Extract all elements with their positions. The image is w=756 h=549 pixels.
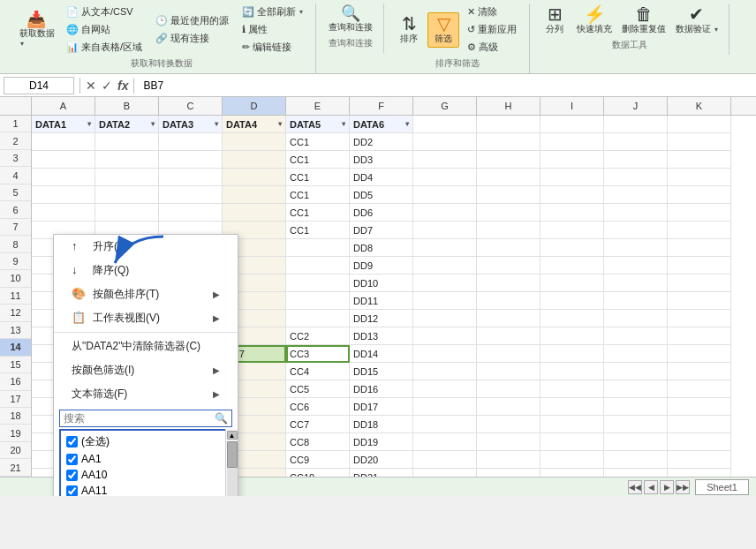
cell-g2[interactable] bbox=[413, 133, 477, 151]
cell-h12[interactable] bbox=[477, 310, 541, 327]
cell-e1[interactable]: DATA5 ▾ bbox=[286, 116, 350, 133]
row-num-14[interactable]: 14 bbox=[0, 339, 31, 356]
cell-e5[interactable]: CC1 bbox=[286, 186, 350, 204]
cell-c3[interactable] bbox=[159, 151, 223, 169]
cell-c5[interactable] bbox=[159, 186, 223, 204]
filter-dropdown-c[interactable]: ▾ bbox=[215, 120, 218, 128]
row-num-20[interactable]: 20 bbox=[0, 442, 31, 459]
cell-c2[interactable] bbox=[159, 133, 223, 151]
cell-b4[interactable] bbox=[95, 169, 159, 186]
cell-e19[interactable]: CC8 bbox=[286, 433, 350, 451]
remove-duplicates-button[interactable]: 🗑 删除重复值 bbox=[618, 4, 669, 37]
cell-g21[interactable] bbox=[413, 469, 477, 477]
cell-e15[interactable]: CC4 bbox=[286, 363, 350, 380]
scroll-last-sheet-button[interactable]: ▶▶ bbox=[676, 480, 690, 494]
row-num-12[interactable]: 12 bbox=[0, 305, 31, 321]
cell-f16[interactable]: DD16 bbox=[350, 380, 413, 398]
cell-k10[interactable] bbox=[668, 274, 731, 292]
cell-i17[interactable] bbox=[541, 398, 604, 416]
sheet-tab-sheet1[interactable]: Sheet1 bbox=[695, 479, 749, 495]
checkbox-aa11-input[interactable] bbox=[66, 485, 78, 497]
cell-c6[interactable] bbox=[159, 204, 223, 222]
cell-h18[interactable] bbox=[477, 416, 541, 433]
cell-i15[interactable] bbox=[541, 363, 604, 380]
cell-e17[interactable]: CC6 bbox=[286, 398, 350, 416]
cell-j2[interactable] bbox=[604, 133, 668, 151]
cancel-formula-icon[interactable]: ✕ bbox=[86, 79, 96, 93]
row-num-17[interactable]: 17 bbox=[0, 391, 31, 408]
cell-g5[interactable] bbox=[413, 186, 477, 204]
row-num-3[interactable]: 3 bbox=[0, 150, 31, 167]
cell-h19[interactable] bbox=[477, 433, 541, 451]
cell-h11[interactable] bbox=[477, 292, 541, 310]
sort-button[interactable]: ⇅ 排序 bbox=[393, 13, 425, 47]
cell-g9[interactable] bbox=[413, 257, 477, 274]
cell-g17[interactable] bbox=[413, 398, 477, 416]
col-header-a[interactable]: A bbox=[32, 97, 95, 115]
cell-g15[interactable] bbox=[413, 363, 477, 380]
cell-j19[interactable] bbox=[604, 433, 668, 451]
cell-k16[interactable] bbox=[668, 380, 731, 398]
cell-i14[interactable] bbox=[541, 345, 604, 363]
checkbox-aa1-input[interactable] bbox=[66, 454, 78, 465]
cell-j11[interactable] bbox=[604, 292, 668, 310]
cell-f15[interactable]: DD15 bbox=[350, 363, 413, 380]
cell-i21[interactable] bbox=[541, 469, 604, 477]
col-header-g[interactable]: G bbox=[413, 97, 477, 115]
cell-h16[interactable] bbox=[477, 380, 541, 398]
cell-g4[interactable] bbox=[413, 169, 477, 186]
cell-f6[interactable]: DD6 bbox=[350, 204, 413, 222]
cell-c1[interactable]: DATA3 ▾ bbox=[159, 116, 223, 133]
row-num-1[interactable]: 1 bbox=[0, 116, 31, 132]
cell-k2[interactable] bbox=[668, 133, 731, 151]
reapply-button[interactable]: ↺ 重新应用 bbox=[462, 21, 522, 38]
cell-i19[interactable] bbox=[541, 433, 604, 451]
filter-dropdown-b[interactable]: ▾ bbox=[151, 120, 155, 128]
sheet-view-item[interactable]: 📋工作表视图(V) ▶ bbox=[54, 306, 238, 330]
cell-f8[interactable]: DD8 bbox=[350, 239, 413, 257]
recent-sources-button[interactable]: 🕒 最近使用的源 bbox=[150, 12, 234, 29]
cell-g20[interactable] bbox=[413, 451, 477, 469]
cell-f1[interactable]: DATA6 ▾ bbox=[350, 116, 413, 133]
from-table-button[interactable]: 📊 来自表格/区域 bbox=[61, 39, 147, 56]
row-num-18[interactable]: 18 bbox=[0, 408, 31, 425]
cell-k7[interactable] bbox=[668, 222, 731, 239]
cell-a4[interactable] bbox=[32, 169, 95, 186]
cell-h15[interactable] bbox=[477, 363, 541, 380]
row-num-6[interactable]: 6 bbox=[0, 201, 31, 218]
col-header-b[interactable]: B bbox=[95, 97, 159, 115]
cell-g8[interactable] bbox=[413, 239, 477, 257]
cell-e3[interactable]: CC1 bbox=[286, 151, 350, 169]
cell-k14[interactable] bbox=[668, 345, 731, 363]
cell-d3[interactable] bbox=[223, 151, 286, 169]
col-header-f[interactable]: F bbox=[350, 97, 413, 115]
cell-e6[interactable]: CC1 bbox=[286, 204, 350, 222]
cell-j8[interactable] bbox=[604, 239, 668, 257]
cell-e11[interactable] bbox=[286, 292, 350, 310]
text-filter-item[interactable]: 文本筛选(F) ▶ bbox=[54, 382, 238, 406]
cell-f9[interactable]: DD9 bbox=[350, 257, 413, 274]
row-num-13[interactable]: 13 bbox=[0, 322, 31, 339]
filter-search-input[interactable] bbox=[64, 412, 215, 425]
cell-g19[interactable] bbox=[413, 433, 477, 451]
cell-g14[interactable] bbox=[413, 345, 477, 363]
from-text-csv-button[interactable]: 📄 从文本/CSV bbox=[61, 4, 147, 20]
clear-filter-item[interactable]: 从"DATA2"中清除筛选器(C) bbox=[54, 335, 238, 358]
query-connections-button[interactable]: 🔍 查询和连接 bbox=[325, 4, 376, 35]
cell-h8[interactable] bbox=[477, 239, 541, 257]
cell-e16[interactable]: CC5 bbox=[286, 380, 350, 398]
cell-i11[interactable] bbox=[541, 292, 604, 310]
insert-function-icon[interactable]: fx bbox=[117, 79, 128, 93]
cell-d1[interactable]: DATA4 ▾ bbox=[223, 116, 286, 133]
cell-i20[interactable] bbox=[541, 451, 604, 469]
split-column-button[interactable]: ⊞ 分列 bbox=[539, 4, 571, 37]
cell-f20[interactable]: DD20 bbox=[350, 451, 413, 469]
cell-f14[interactable]: DD14 bbox=[350, 345, 413, 363]
cell-g3[interactable] bbox=[413, 151, 477, 169]
cell-e20[interactable]: CC9 bbox=[286, 451, 350, 469]
cell-k11[interactable] bbox=[668, 292, 731, 310]
col-header-d[interactable]: D bbox=[223, 97, 286, 115]
cell-f13[interactable]: DD13 bbox=[350, 327, 413, 345]
cell-g6[interactable] bbox=[413, 204, 477, 222]
filter-button[interactable]: ▽ 筛选 bbox=[427, 12, 459, 48]
